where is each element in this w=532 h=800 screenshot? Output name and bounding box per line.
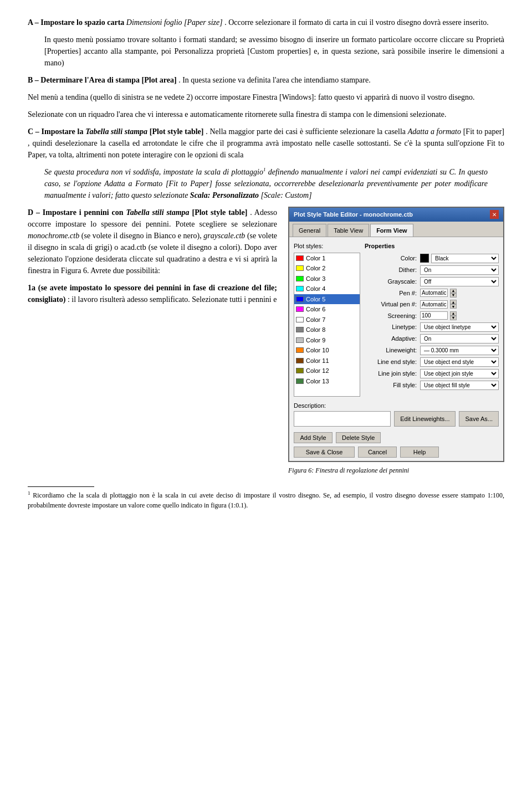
color-label-9: Color 9 [306, 336, 325, 345]
color-swatch-3 [296, 276, 304, 281]
screening-input[interactable] [420, 311, 448, 320]
screening-up[interactable]: ▲ [450, 311, 457, 316]
prop-fill-label: Fill style: [365, 381, 420, 390]
footnote-para: 1 Ricordiamo che la scala di plottaggio … [28, 490, 504, 510]
pen-down[interactable]: ▼ [450, 293, 457, 298]
prop-color-label: Color: [365, 254, 420, 263]
color-swatch-12 [296, 368, 304, 373]
color-label-5: Color 5 [306, 295, 325, 304]
prop-line-join-row: Line join style: Use object join style [365, 369, 499, 378]
plot-style-item-2[interactable]: Color 2 [294, 263, 360, 274]
plot-styles-list[interactable]: Color 1Color 2Color 3Color 4Color 5Color… [294, 253, 360, 397]
tab-general[interactable]: General [293, 224, 326, 237]
save-as-button[interactable]: Save As... [459, 411, 499, 427]
section-b-text2: Nel menù a tendina (quello di sinistra s… [28, 93, 475, 101]
plot-style-item-10[interactable]: Color 10 [294, 345, 360, 356]
prop-virtual-pen-label: Virtual pen #: [365, 300, 420, 309]
section-b-para3: Selezionate con un riquadro l'area che v… [28, 109, 504, 120]
section-c-italic: Tabella stili stampa [85, 127, 147, 136]
plot-style-item-1[interactable]: Color 1 [294, 253, 360, 264]
line-end-select[interactable]: Use object end style [420, 357, 499, 367]
section-c-italic2: Adatta a formato [408, 127, 461, 136]
plot-style-dialog: Plot Style Table Editor - monochrome.ctb… [288, 207, 504, 462]
plot-styles-panel: Plot styles: Color 1Color 2Color 3Color … [294, 242, 360, 397]
figura-caption: Figura 6: Finestra di regolazione dei pe… [288, 465, 504, 475]
cancel-button[interactable]: Cancel [358, 447, 397, 458]
prop-color-row: Color: Black [365, 254, 499, 263]
add-style-button[interactable]: Add Style [294, 432, 332, 443]
color-swatch-5 [296, 296, 304, 302]
help-button[interactable]: Help [400, 447, 439, 458]
plot-style-item-5[interactable]: Color 5 [294, 294, 360, 305]
footnote-number: 1 [28, 490, 30, 496]
dialog-titlebar: Plot Style Table Editor - monochrome.ctb… [289, 208, 503, 222]
properties-panel: Properties Color: Black [365, 242, 499, 397]
pen-up[interactable]: ▲ [450, 289, 457, 293]
virtual-pen-down[interactable]: ▼ [450, 304, 457, 309]
footnote-ref: 1 [263, 167, 266, 172]
color-label-1: Color 1 [306, 254, 325, 263]
section-c-header: C – Impostare la Tabella stili stampa [P… [28, 126, 504, 161]
prop-screening-label: Screening: [365, 311, 420, 321]
color-label-7: Color 7 [306, 315, 325, 325]
color-select[interactable]: Black [431, 254, 499, 263]
prop-adaptive-value: On [420, 334, 499, 343]
tab-table-view[interactable]: Table View [328, 224, 369, 237]
dialog-body: Plot styles: Color 1Color 2Color 3Color … [289, 237, 503, 401]
lineweight-select[interactable]: — 0.3000 mm [420, 346, 499, 355]
edit-lineweights-button[interactable]: Edit Lineweights... [394, 411, 456, 427]
line-join-select[interactable]: Use object join style [420, 369, 499, 378]
plot-style-item-11[interactable]: Color 11 [294, 356, 360, 366]
linetype-select[interactable]: Use object linetype [420, 322, 499, 332]
plot-style-item-7[interactable]: Color 7 [294, 315, 360, 325]
plot-style-item-9[interactable]: Color 9 [294, 335, 360, 346]
prop-grayscale-label: Grayscale: [365, 277, 420, 286]
dialog-tabs: General Table View Form View [289, 222, 503, 238]
adaptive-select[interactable]: On [420, 334, 499, 343]
color-label-8: Color 8 [306, 325, 325, 335]
plot-style-item-6[interactable]: Color 6 [294, 304, 360, 315]
section-c-bracket: [Plot style table] [150, 127, 204, 136]
virtual-pen-up[interactable]: ▲ [450, 300, 457, 304]
prop-dither-label: Dither: [365, 265, 420, 275]
plot-style-item-13[interactable]: Color 13 [294, 376, 360, 387]
dither-select[interactable]: On [420, 265, 499, 275]
plot-style-item-3[interactable]: Color 3 [294, 274, 360, 284]
prop-linetype-value: Use object linetype [420, 322, 499, 332]
section-1a-text: : il lavoro risulterà adesso semplificat… [68, 295, 277, 304]
color-label-13: Color 13 [306, 377, 329, 386]
section-a-title: A – Impostare lo spazio carta [28, 18, 124, 27]
plot-style-item-4[interactable]: Color 4 [294, 284, 360, 294]
section-d-text2: (se volete il disegno in Bianco e nero), [81, 232, 202, 240]
section-b-header: B – Determinare l'Area di stampa [Plot a… [28, 74, 504, 86]
color-swatch-6 [296, 306, 304, 312]
properties-label: Properties [365, 242, 499, 251]
tab-form-view[interactable]: Form View [370, 224, 413, 237]
prop-grayscale-value: Off [420, 277, 499, 286]
prop-pen-value: ▲ ▼ [420, 289, 499, 298]
prop-color-value: Black [420, 254, 499, 263]
section-d-header: D – Impostare i pennini con Tabella stil… [28, 207, 277, 276]
screening-down[interactable]: ▼ [450, 316, 457, 320]
plot-style-item-12[interactable]: Color 12 [294, 366, 360, 376]
description-input[interactable] [294, 411, 391, 427]
section-d-title: D – Impostare i pennini con [28, 208, 124, 217]
prop-pen-row: Pen #: ▲ ▼ [365, 289, 499, 298]
color-swatch-1 [296, 255, 304, 261]
virtual-pen-input[interactable] [420, 300, 448, 309]
section-b-text: . In questa sezione va definita l'area c… [178, 76, 371, 84]
grayscale-select[interactable]: Off [420, 277, 499, 286]
description-label: Description: [294, 402, 326, 409]
footnote-text: Ricordiamo che la scala di plottaggio no… [28, 491, 504, 509]
prop-grayscale-row: Grayscale: Off [365, 277, 499, 286]
section-a-text1: . Occorre selezionare il formato di cart… [224, 18, 489, 27]
dialog-close-button[interactable]: ✕ [490, 210, 499, 219]
color-label-6: Color 6 [306, 305, 325, 314]
delete-style-button[interactable]: Delete Style [336, 432, 381, 443]
color-swatch-2 [296, 265, 304, 271]
pen-input[interactable] [420, 289, 448, 297]
plot-style-item-8[interactable]: Color 8 [294, 325, 360, 335]
prop-virtual-pen-value: ▲ ▼ [420, 300, 499, 309]
fill-select[interactable]: Use object fill style [420, 381, 499, 390]
save-close-button[interactable]: Save & Close [294, 447, 355, 458]
